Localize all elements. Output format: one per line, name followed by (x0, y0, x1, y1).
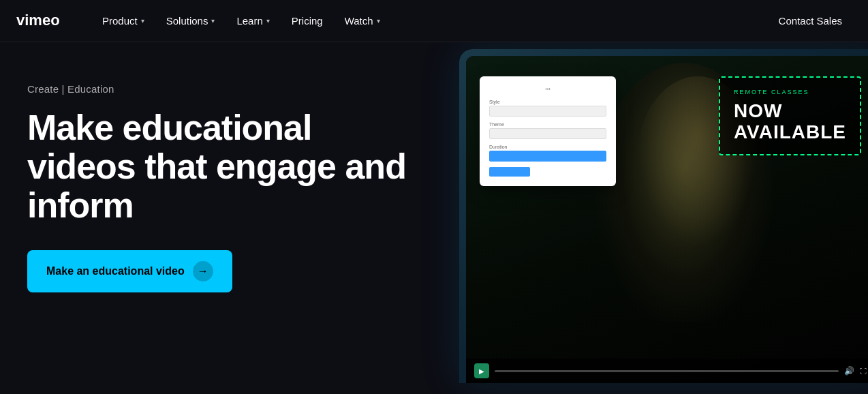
form-field-duration-label: Duration (489, 145, 606, 149)
device-mockup: REMOTE CLASSES NOW AVAILABLE ··· Style (459, 49, 868, 383)
now-available-text: NOW AVAILABLE (734, 101, 846, 143)
fullscreen-icon[interactable]: ⛶ (860, 367, 867, 375)
nav-item-learn[interactable]: Learn ▾ (227, 10, 279, 32)
breadcrumb-category: Education (67, 83, 114, 95)
volume-icon[interactable]: 🔊 (844, 366, 854, 376)
video-overlay-box: REMOTE CLASSES NOW AVAILABLE (719, 76, 861, 155)
cta-label: Make an educational video (46, 265, 185, 277)
nav-learn-label: Learn (236, 15, 262, 27)
form-field-duration-input (489, 151, 606, 162)
breadcrumb: Create | Education (27, 83, 478, 95)
video-area: REMOTE CLASSES NOW AVAILABLE ··· Style (466, 56, 868, 383)
video-progress-bar[interactable] (495, 370, 839, 372)
form-field-theme-input (489, 128, 606, 139)
nav-item-pricing[interactable]: Pricing (282, 10, 332, 32)
solutions-chevron-icon: ▾ (211, 17, 215, 25)
cta-arrow-icon: → (193, 261, 213, 282)
nav-solutions-label: Solutions (166, 15, 208, 27)
nav-item-solutions[interactable]: Solutions ▾ (157, 10, 225, 32)
breadcrumb-separator: | (59, 83, 67, 95)
device-screen: REMOTE CLASSES NOW AVAILABLE ··· Style (466, 56, 868, 383)
cta-button[interactable]: Make an educational video → (27, 250, 232, 292)
nav-pricing-label: Pricing (292, 15, 323, 27)
remote-classes-label: REMOTE CLASSES (734, 89, 846, 95)
vimeo-logo[interactable]: vimeo (16, 10, 71, 32)
nav-item-product[interactable]: Product ▾ (93, 10, 154, 32)
video-background: REMOTE CLASSES NOW AVAILABLE ··· Style (466, 56, 868, 383)
hero-right: REMOTE CLASSES NOW AVAILABLE ··· Style (432, 42, 868, 394)
form-field-theme-label: Theme (489, 122, 606, 127)
video-controls-bar: ▶ 🔊 ⛶ (466, 359, 868, 383)
breadcrumb-create: Create (27, 83, 59, 95)
floating-form-panel: ··· Style Theme Duration (480, 76, 616, 186)
hero-title: Make educational videos that engage and … (27, 108, 409, 226)
form-create-btn[interactable] (489, 167, 530, 177)
svg-text:vimeo: vimeo (16, 12, 60, 29)
product-chevron-icon: ▾ (141, 17, 144, 25)
nav-links: Product ▾ Solutions ▾ Learn ▾ Pricing Wa… (93, 10, 769, 32)
nav-watch-label: Watch (345, 15, 373, 27)
hero-left: Create | Education Make educational vide… (0, 42, 478, 320)
nav-product-label: Product (102, 15, 138, 27)
form-field-style-input (489, 106, 606, 117)
hero-section: Create | Education Make educational vide… (0, 42, 868, 394)
play-icon[interactable]: ▶ (474, 363, 489, 378)
form-field-theme: Theme (489, 122, 606, 139)
form-panel-title: ··· (489, 86, 606, 93)
contact-sales-button[interactable]: Contact Sales (769, 10, 852, 32)
learn-chevron-icon: ▾ (266, 17, 270, 25)
form-field-style-label: Style (489, 100, 606, 104)
form-field-style: Style (489, 100, 606, 117)
watch-chevron-icon: ▾ (377, 17, 380, 25)
nav-item-watch[interactable]: Watch ▾ (335, 10, 390, 32)
navbar: vimeo Product ▾ Solutions ▾ Learn ▾ Pric… (0, 0, 868, 42)
form-field-duration: Duration (489, 145, 606, 162)
